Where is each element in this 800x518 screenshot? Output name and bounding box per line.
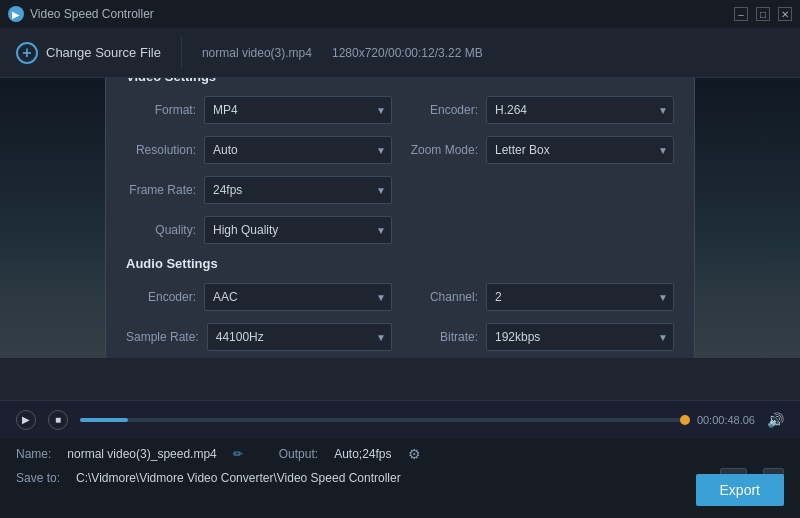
encoder-select[interactable]: H.264 <box>486 96 674 124</box>
app-icon: ▶ <box>8 6 24 22</box>
dialog-overlay: Output Settings ✕ Video Settings Format:… <box>0 78 800 358</box>
toolbar-divider <box>181 38 182 68</box>
quality-select-wrapper: High Quality ▼ <box>204 216 392 244</box>
resolution-label: Resolution: <box>126 143 196 157</box>
maximize-button[interactable]: □ <box>756 7 770 21</box>
video-settings-label: Video Settings <box>126 78 674 84</box>
audio-settings-label: Audio Settings <box>126 256 674 271</box>
title-bar: ▶ Video Speed Controller – □ ✕ <box>0 0 800 28</box>
zoom-mode-select[interactable]: Letter Box <box>486 136 674 164</box>
audio-encoder-group: Encoder: AAC ▼ <box>126 283 392 311</box>
zoom-mode-label: Zoom Mode: <box>408 143 478 157</box>
framerate-select[interactable]: 24fps <box>204 176 392 204</box>
format-select-wrapper: MP4 ▼ <box>204 96 392 124</box>
progress-thumb <box>680 415 690 425</box>
encoder-group: Encoder: H.264 ▼ <box>408 96 674 124</box>
save-row: Save to: C:\Vidmore\Vidmore Video Conver… <box>16 468 784 488</box>
bitrate-select-wrapper: 192kbps ▼ <box>486 323 674 351</box>
time-display: 00:00:48.06 <box>697 414 755 426</box>
framerate-row: Frame Rate: 24fps ▼ <box>126 176 674 204</box>
zoom-mode-select-wrapper: Letter Box ▼ <box>486 136 674 164</box>
quality-group: Quality: High Quality ▼ <box>126 216 392 244</box>
output-value: Auto;24fps <box>334 447 391 461</box>
audio-encoder-select-wrapper: AAC ▼ <box>204 283 392 311</box>
framerate-select-wrapper: 24fps ▼ <box>204 176 392 204</box>
format-group: Format: MP4 ▼ <box>126 96 392 124</box>
name-row: Name: normal video(3)_speed.mp4 ✏ Output… <box>16 446 784 462</box>
output-settings-dialog: Output Settings ✕ Video Settings Format:… <box>105 78 695 358</box>
name-label: Name: <box>16 447 51 461</box>
toolbar: + Change Source File normal video(3).mp4… <box>0 28 800 78</box>
settings-icon[interactable]: ⚙ <box>408 446 421 462</box>
bottom-bar: Name: normal video(3)_speed.mp4 ✏ Output… <box>0 438 800 518</box>
name-value: normal video(3)_speed.mp4 <box>67 447 216 461</box>
bitrate-label: Bitrate: <box>408 330 478 344</box>
plus-icon: + <box>16 42 38 64</box>
video-area: Output Settings ✕ Video Settings Format:… <box>0 78 800 358</box>
player-bar: ▶ ■ 00:00:48.06 🔊 <box>0 400 800 438</box>
title-bar-left: ▶ Video Speed Controller <box>8 6 154 22</box>
bitrate-group: Bitrate: 192kbps ▼ <box>408 323 674 351</box>
encoder-label: Encoder: <box>408 103 478 117</box>
save-to-label: Save to: <box>16 471 60 485</box>
quality-label: Quality: <box>126 223 196 237</box>
file-meta: 1280x720/00:00:12/3.22 MB <box>332 46 483 60</box>
samplerate-bitrate-row: Sample Rate: 44100Hz ▼ Bitrate: 192kbps <box>126 323 674 351</box>
bitrate-select[interactable]: 192kbps <box>486 323 674 351</box>
channel-select-wrapper: 2 ▼ <box>486 283 674 311</box>
audio-encoder-label: Encoder: <box>126 290 196 304</box>
play-button[interactable]: ▶ <box>16 410 36 430</box>
format-select[interactable]: MP4 <box>204 96 392 124</box>
output-label: Output: <box>279 447 318 461</box>
samplerate-group: Sample Rate: 44100Hz ▼ <box>126 323 392 351</box>
export-button[interactable]: Export <box>696 474 784 506</box>
framerate-group: Frame Rate: 24fps ▼ <box>126 176 392 204</box>
channel-label: Channel: <box>408 290 478 304</box>
audio-encoder-select[interactable]: AAC <box>204 283 392 311</box>
file-name: normal video(3).mp4 <box>202 46 312 60</box>
resolution-select-wrapper: Auto ▼ <box>204 136 392 164</box>
resolution-group: Resolution: Auto ▼ <box>126 136 392 164</box>
file-info: normal video(3).mp4 1280x720/00:00:12/3.… <box>202 46 483 60</box>
audio-encoder-channel-row: Encoder: AAC ▼ Channel: 2 ▼ <box>126 283 674 311</box>
channel-select[interactable]: 2 <box>486 283 674 311</box>
resolution-zoom-row: Resolution: Auto ▼ Zoom Mode: Letter Box <box>126 136 674 164</box>
channel-group: Channel: 2 ▼ <box>408 283 674 311</box>
progress-bar[interactable] <box>80 418 685 422</box>
encoder-select-wrapper: H.264 ▼ <box>486 96 674 124</box>
app-title: Video Speed Controller <box>30 7 154 21</box>
stop-button[interactable]: ■ <box>48 410 68 430</box>
title-bar-controls: – □ ✕ <box>734 7 792 21</box>
save-path: C:\Vidmore\Vidmore Video Converter\Video… <box>76 471 704 485</box>
framerate-label: Frame Rate: <box>126 183 196 197</box>
edit-icon[interactable]: ✏ <box>233 447 243 461</box>
samplerate-select[interactable]: 44100Hz <box>207 323 392 351</box>
progress-fill <box>80 418 128 422</box>
minimize-button[interactable]: – <box>734 7 748 21</box>
change-source-label: Change Source File <box>46 45 161 60</box>
close-button[interactable]: ✕ <box>778 7 792 21</box>
samplerate-label: Sample Rate: <box>126 330 199 344</box>
volume-icon[interactable]: 🔊 <box>767 412 784 428</box>
format-encoder-row: Format: MP4 ▼ Encoder: H.264 ▼ <box>126 96 674 124</box>
samplerate-select-wrapper: 44100Hz ▼ <box>207 323 392 351</box>
change-source-button[interactable]: + Change Source File <box>16 42 161 64</box>
format-label: Format: <box>126 103 196 117</box>
quality-row: Quality: High Quality ▼ <box>126 216 674 244</box>
zoom-mode-group: Zoom Mode: Letter Box ▼ <box>408 136 674 164</box>
resolution-select[interactable]: Auto <box>204 136 392 164</box>
quality-select[interactable]: High Quality <box>204 216 392 244</box>
